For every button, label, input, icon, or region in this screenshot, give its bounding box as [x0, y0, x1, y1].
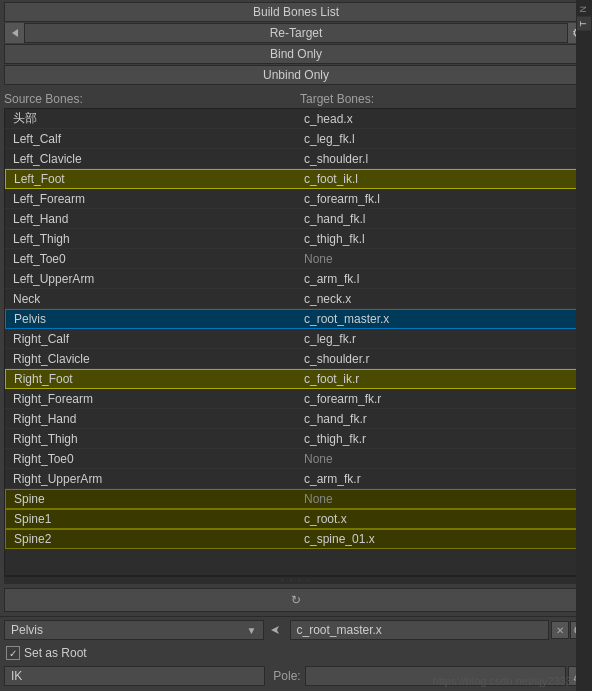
bone-source-name: Spine2 [6, 532, 296, 546]
bone-target-name: c_leg_fk.r [296, 332, 587, 346]
source-bones-header: Source Bones: [4, 92, 292, 106]
current-target-field[interactable]: c_root_master.x [290, 620, 550, 640]
bind-only-label: Bind Only [270, 47, 322, 61]
table-row[interactable]: Right_Toe0None [5, 449, 587, 469]
bone-target-name: c_thigh_fk.l [296, 232, 587, 246]
bone-source-name: Right_Thigh [5, 432, 296, 446]
clear-target-button[interactable]: ✕ [551, 621, 569, 639]
table-row[interactable]: Right_UpperArmc_arm_fk.r [5, 469, 587, 489]
table-row[interactable]: Left_Thighc_thigh_fk.l [5, 229, 587, 249]
ik-label: IK [11, 669, 22, 683]
table-row[interactable]: Neckc_neck.x [5, 289, 587, 309]
retarget-label: Re-Target [25, 26, 567, 40]
bone-target-name: c_foot_ik.l [296, 172, 586, 186]
bone-target-name: None [296, 492, 586, 506]
bone-source-name: Left_Clavicle [5, 152, 296, 166]
bone-target-name: c_thigh_fk.r [296, 432, 587, 446]
refresh-button[interactable]: ↻ [4, 588, 588, 612]
bone-source-name: Right_Forearm [5, 392, 296, 406]
bone-target-name: c_shoulder.l [296, 152, 587, 166]
bone-target-name: c_spine_01.x [296, 532, 586, 546]
set-as-root-label: Set as Root [24, 646, 87, 660]
target-bones-header: Target Bones: [292, 92, 588, 106]
top-buttons-area: Build Bones List Re-Target ⚙ Bind Only U… [0, 0, 592, 88]
bone-source-name: Left_Thigh [5, 232, 296, 246]
bone-target-name: c_neck.x [296, 292, 587, 306]
bind-only-button[interactable]: Bind Only [4, 44, 588, 64]
bone-source-name: Left_Calf [5, 132, 296, 146]
table-row[interactable]: Left_Claviclec_shoulder.l [5, 149, 587, 169]
table-row[interactable]: Right_Calfc_leg_fk.r [5, 329, 587, 349]
set-as-root-row: Set as Root [4, 643, 588, 663]
table-row[interactable]: Left_Toe0None [5, 249, 587, 269]
bone-source-name: Right_Clavicle [5, 352, 296, 366]
bone-target-name: c_hand_fk.l [296, 212, 587, 226]
bone-target-name: c_leg_fk.l [296, 132, 587, 146]
table-row[interactable]: Left_UpperArmc_arm_fk.l [5, 269, 587, 289]
bone-source-name: Left_Toe0 [5, 252, 296, 266]
table-row[interactable]: Pelvisc_root_master.x [5, 309, 587, 329]
bone-target-name: None [296, 252, 587, 266]
watermark: https://blog.csdn.net/sjy2333 [433, 675, 572, 687]
bone-source-name: Left_Foot [6, 172, 296, 186]
bone-source-name: Right_Calf [5, 332, 296, 346]
table-row[interactable]: Spine1c_root.x [5, 509, 587, 529]
table-row[interactable]: Spine2c_spine_01.x [5, 529, 587, 549]
retarget-button[interactable]: Re-Target ⚙ [4, 23, 588, 43]
set-as-root-checkbox[interactable] [6, 646, 20, 660]
bone-target-name: None [296, 452, 587, 466]
table-row[interactable]: Right_Claviclec_shoulder.r [5, 349, 587, 369]
scroll-hint: · · · · [4, 576, 588, 584]
table-row[interactable]: 头部c_head.x [5, 109, 587, 129]
ik-field[interactable]: IK [4, 666, 265, 686]
bone-target-name: c_forearm_fk.r [296, 392, 587, 406]
arrow-left-icon [5, 23, 25, 43]
refresh-row: ↻ [4, 586, 588, 614]
table-row[interactable]: Right_Forearmc_forearm_fk.r [5, 389, 587, 409]
current-bone-row: Pelvis ▼ c_root_master.x ✕ [4, 619, 588, 641]
unbind-only-button[interactable]: Unbind Only [4, 65, 588, 85]
sidebar-tab-n[interactable]: N [577, 2, 591, 17]
bone-target-name: c_arm_fk.r [296, 472, 587, 486]
bone-target-name: c_root.x [296, 512, 586, 526]
table-row[interactable]: Left_Footc_foot_ik.l [5, 169, 587, 189]
table-row[interactable]: Right_Footc_foot_ik.r [5, 369, 587, 389]
table-row[interactable]: Left_Handc_hand_fk.l [5, 209, 587, 229]
bone-target-name: c_shoulder.r [296, 352, 587, 366]
bone-target-name: c_root_master.x [296, 312, 586, 326]
right-sidebar: N T [576, 0, 592, 691]
bone-source-name: Left_Forearm [5, 192, 296, 206]
bones-list[interactable]: 头部c_head.xLeft_Calfc_leg_fk.lLeft_Clavic… [4, 108, 588, 576]
bone-target-name: c_hand_fk.r [296, 412, 587, 426]
current-target-value: c_root_master.x [297, 623, 382, 637]
table-row[interactable]: Left_Calfc_leg_fk.l [5, 129, 587, 149]
bone-source-name: Spine [6, 492, 296, 506]
bone-source-name: Spine1 [6, 512, 296, 526]
dropdown-icon[interactable]: ▼ [247, 625, 257, 636]
field-input-controls: ▼ [247, 625, 257, 636]
bone-target-name: c_foot_ik.r [296, 372, 586, 386]
current-bone-value: Pelvis [11, 623, 43, 637]
bone-source-name: Right_Hand [5, 412, 296, 426]
sidebar-tab-t[interactable]: T [577, 17, 591, 31]
table-row[interactable]: Left_Forearmc_forearm_fk.l [5, 189, 587, 209]
unbind-only-label: Unbind Only [263, 68, 329, 82]
refresh-icon: ↻ [291, 593, 301, 607]
arrow-icon [266, 620, 286, 640]
main-panel: Build Bones List Re-Target ⚙ Bind Only U… [0, 0, 592, 691]
column-headers: Source Bones: Target Bones: [0, 90, 592, 108]
pole-label: Pole: [273, 669, 300, 683]
bone-source-name: Pelvis [6, 312, 296, 326]
bone-source-name: Right_Foot [6, 372, 296, 386]
table-row[interactable]: SpineNone [5, 489, 587, 509]
bone-target-name: c_head.x [296, 112, 587, 126]
bone-source-name: Right_Toe0 [5, 452, 296, 466]
table-row[interactable]: Right_Thighc_thigh_fk.r [5, 429, 587, 449]
bone-source-name: Right_UpperArm [5, 472, 296, 486]
bone-source-name: Left_Hand [5, 212, 296, 226]
bone-target-name: c_arm_fk.l [296, 272, 587, 286]
current-bone-field[interactable]: Pelvis ▼ [4, 620, 264, 640]
build-bones-button[interactable]: Build Bones List [4, 2, 588, 22]
bone-source-name: Left_UpperArm [5, 272, 296, 286]
table-row[interactable]: Right_Handc_hand_fk.r [5, 409, 587, 429]
